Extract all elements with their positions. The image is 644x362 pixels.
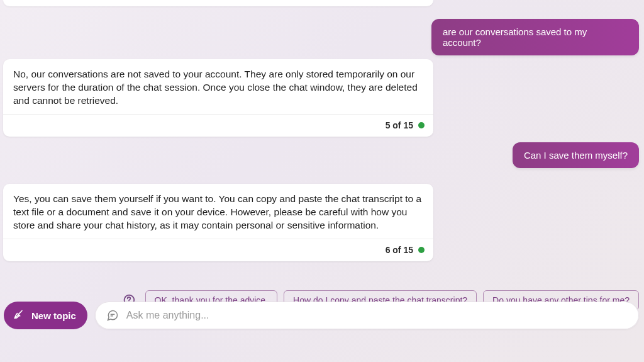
new-topic-button[interactable]: New topic: [4, 302, 87, 329]
bot-message-partial: [3, 0, 433, 6]
user-message-text: are our conversations saved to my accoun…: [443, 26, 587, 48]
bot-message-text: No, our conversations are not saved to y…: [3, 59, 433, 114]
bot-message-footer: 5 of 15: [3, 114, 433, 137]
chat-icon: [106, 309, 119, 322]
bot-message-footer: 6 of 15: [3, 239, 433, 261]
status-dot-icon: [418, 247, 425, 253]
message-input[interactable]: [126, 310, 628, 321]
user-message: are our conversations saved to my accoun…: [431, 19, 639, 55]
user-message-text: Can I save them myself?: [524, 150, 628, 161]
bot-message-text: Yes, you can save them yourself if you w…: [3, 184, 433, 239]
bottom-bar: New topic: [4, 302, 639, 329]
bot-message: Yes, you can save them yourself if you w…: [3, 184, 433, 261]
status-dot-icon: [418, 122, 425, 128]
new-topic-label: New topic: [31, 310, 76, 321]
user-message: Can I save them myself?: [513, 142, 639, 168]
message-counter: 5 of 15: [386, 120, 413, 132]
message-counter: 6 of 15: [386, 244, 413, 256]
bot-message: No, our conversations are not saved to y…: [3, 59, 433, 137]
chat-area: are our conversations saved to my accoun…: [0, 0, 644, 290]
broom-icon: [13, 309, 25, 322]
input-container[interactable]: [95, 302, 639, 329]
